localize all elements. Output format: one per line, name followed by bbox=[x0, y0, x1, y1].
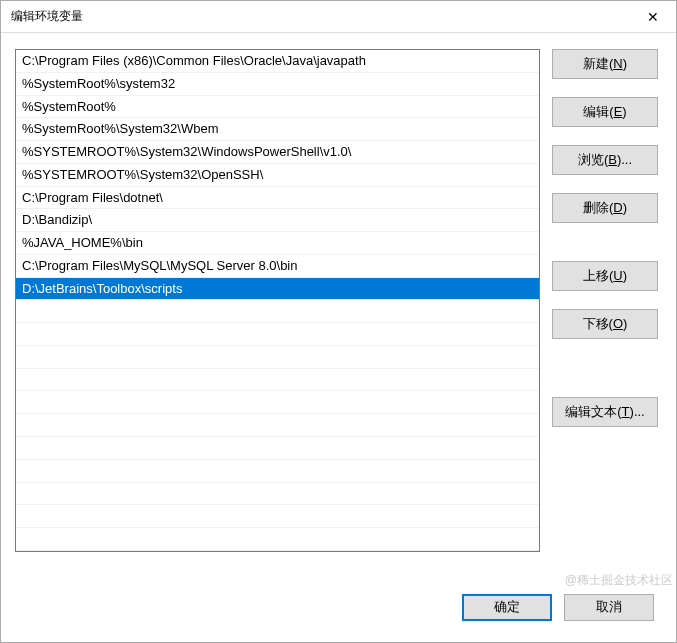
content-area: C:\Program Files (x86)\Common Files\Orac… bbox=[1, 33, 676, 584]
list-item[interactable]: C:\Program Files\MySQL\MySQL Server 8.0\… bbox=[16, 255, 539, 278]
list-item[interactable]: C:\Program Files\dotnet\ bbox=[16, 187, 539, 210]
list-item-empty[interactable] bbox=[16, 528, 539, 551]
window-title: 编辑环境变量 bbox=[11, 8, 83, 25]
list-item[interactable]: %SYSTEMROOT%\System32\OpenSSH\ bbox=[16, 164, 539, 187]
list-item-empty[interactable] bbox=[16, 391, 539, 414]
cancel-button[interactable]: 取消 bbox=[564, 594, 654, 621]
list-item[interactable]: %JAVA_HOME%\bin bbox=[16, 232, 539, 255]
list-item-empty[interactable] bbox=[16, 483, 539, 506]
list-item-empty[interactable] bbox=[16, 346, 539, 369]
path-listbox[interactable]: C:\Program Files (x86)\Common Files\Orac… bbox=[15, 49, 540, 552]
edit-button[interactable]: 编辑(E) bbox=[552, 97, 658, 127]
side-button-panel: 新建(N) 编辑(E) 浏览(B)... 删除(D) 上移(U) 下移(O) 编… bbox=[552, 49, 662, 574]
move-up-button[interactable]: 上移(U) bbox=[552, 261, 658, 291]
list-item-empty[interactable] bbox=[16, 323, 539, 346]
move-down-button[interactable]: 下移(O) bbox=[552, 309, 658, 339]
close-button[interactable]: ✕ bbox=[630, 1, 676, 32]
list-item-empty[interactable] bbox=[16, 300, 539, 323]
browse-button[interactable]: 浏览(B)... bbox=[552, 145, 658, 175]
titlebar: 编辑环境变量 ✕ bbox=[1, 1, 676, 33]
list-item-empty[interactable] bbox=[16, 460, 539, 483]
list-item[interactable]: %SystemRoot% bbox=[16, 96, 539, 119]
new-button[interactable]: 新建(N) bbox=[552, 49, 658, 79]
footer: 确定 取消 bbox=[1, 584, 676, 642]
list-item-empty[interactable] bbox=[16, 414, 539, 437]
list-item-empty[interactable] bbox=[16, 505, 539, 528]
list-item[interactable]: C:\Program Files (x86)\Common Files\Orac… bbox=[16, 50, 539, 73]
close-icon: ✕ bbox=[647, 9, 659, 25]
delete-button[interactable]: 删除(D) bbox=[552, 193, 658, 223]
ok-button[interactable]: 确定 bbox=[462, 594, 552, 621]
list-item-empty[interactable] bbox=[16, 369, 539, 392]
edit-text-button[interactable]: 编辑文本(T)... bbox=[552, 397, 658, 427]
list-item[interactable]: %SYSTEMROOT%\System32\WindowsPowerShell\… bbox=[16, 141, 539, 164]
list-item[interactable]: D:\JetBrains\Toolbox\scripts bbox=[16, 278, 539, 301]
dialog-window: 编辑环境变量 ✕ C:\Program Files (x86)\Common F… bbox=[0, 0, 677, 643]
list-item[interactable]: %SystemRoot%\system32 bbox=[16, 73, 539, 96]
list-item[interactable]: D:\Bandizip\ bbox=[16, 209, 539, 232]
list-item[interactable]: %SystemRoot%\System32\Wbem bbox=[16, 118, 539, 141]
list-item-empty[interactable] bbox=[16, 437, 539, 460]
